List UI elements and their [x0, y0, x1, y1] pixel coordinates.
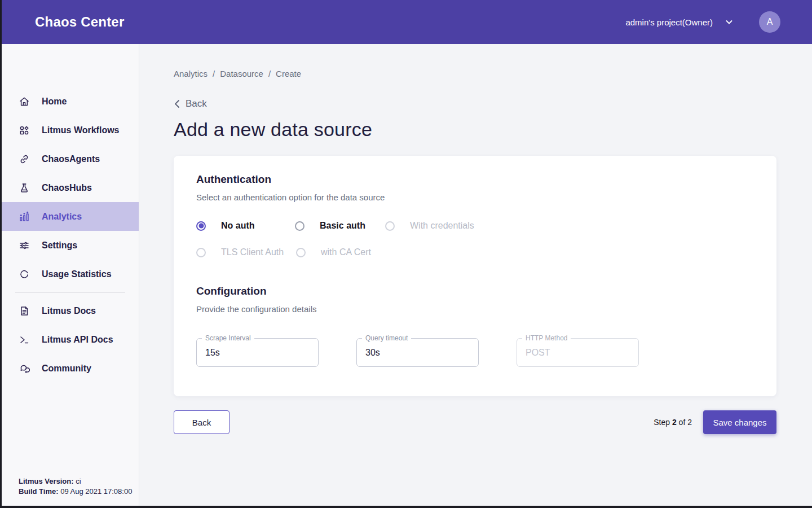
- sidebar-item-chaoshubs[interactable]: ChaosHubs: [2, 173, 139, 202]
- sidebar-item-label: Litmus Workflows: [42, 125, 120, 135]
- query-timeout-label: Query timeout: [362, 334, 411, 342]
- sidebar-item-settings[interactable]: Settings: [2, 231, 139, 260]
- save-changes-button[interactable]: Save changes: [703, 410, 776, 434]
- radio-tls-client-auth: TLS Client Auth: [196, 247, 296, 257]
- sidebar-item-analytics[interactable]: Analytics: [2, 202, 139, 231]
- step-current: 2: [672, 418, 677, 427]
- radio-with-ca-cert: with CA Cert: [296, 247, 754, 257]
- step-total: 2: [687, 418, 692, 427]
- main-content: Analytics / Datasource / Create Back Add…: [139, 44, 812, 506]
- back-link-label: Back: [186, 98, 207, 110]
- chain-link-icon: [19, 154, 30, 165]
- authentication-title: Authentication: [196, 173, 754, 186]
- header-right: admin's project(Owner) A: [625, 11, 780, 33]
- radio-checked-icon: [196, 221, 206, 231]
- build-time-line: Build Time: 09 Aug 2021 17:08:00: [19, 487, 132, 497]
- breadcrumb-separator: /: [268, 69, 271, 78]
- sidebar-version-info: Litmus Version: ci Build Time: 09 Aug 20…: [19, 476, 132, 497]
- scrape-interval-label: Scrape Interval: [202, 334, 254, 342]
- breadcrumb-datasource[interactable]: Datasource: [220, 69, 263, 78]
- breadcrumb-create[interactable]: Create: [276, 69, 301, 78]
- scrape-interval-field: Scrape Interval: [196, 338, 319, 367]
- sidebar-item-chaosagents[interactable]: ChaosAgents: [2, 144, 139, 173]
- radio-disabled-icon: [196, 248, 206, 257]
- workflows-icon: [19, 125, 30, 136]
- breadcrumb-separator: /: [213, 69, 215, 78]
- sidebar-item-label: Home: [42, 97, 67, 107]
- avatar[interactable]: A: [759, 11, 780, 33]
- configuration-fields: Scrape Interval Query timeout HTTP Metho…: [196, 338, 754, 367]
- sidebar-item-label: ChaosHubs: [42, 183, 92, 193]
- page-title: Add a new data source: [174, 119, 812, 141]
- chevron-left-icon: [174, 99, 180, 108]
- configuration-subtitle: Provide the configuration details: [196, 304, 754, 314]
- step-middle: of: [677, 418, 687, 427]
- step-prefix: Step: [654, 418, 672, 427]
- document-icon: [19, 305, 30, 317]
- configuration-section: Configuration Provide the configuration …: [196, 285, 754, 367]
- auth-options-row-1: No auth Basic auth With credentials: [196, 221, 754, 231]
- bottom-action-bar: Back Step 2 of 2 Save changes: [174, 410, 776, 434]
- app-window: Chaos Center admin's project(Owner) A Ho…: [2, 0, 812, 506]
- radio-label: Basic auth: [320, 221, 365, 231]
- sidebar-item-label: Litmus Docs: [42, 306, 96, 316]
- radio-basic-auth[interactable]: Basic auth: [295, 221, 385, 231]
- radio-label: With credentials: [410, 221, 474, 231]
- sidebar-item-litmus-workflows[interactable]: Litmus Workflows: [2, 116, 139, 144]
- project-selector[interactable]: admin's project(Owner): [625, 17, 733, 27]
- sidebar-item-label: Settings: [42, 240, 77, 251]
- home-icon: [19, 96, 30, 107]
- flask-icon: [19, 182, 30, 194]
- query-timeout-field: Query timeout: [356, 338, 479, 367]
- loader-circle-icon: [19, 269, 30, 280]
- sidebar-item-usage-statistics[interactable]: Usage Statistics: [2, 260, 139, 288]
- authentication-subtitle: Select an authentication option for the …: [196, 192, 754, 202]
- sidebar-item-label: Usage Statistics: [42, 269, 112, 279]
- sliders-icon: [19, 240, 30, 251]
- sidebar: Home Litmus Workflows ChaosAgents ChaosH…: [2, 44, 139, 506]
- chevron-down-icon: [725, 18, 733, 26]
- scrape-interval-input[interactable]: [197, 339, 318, 366]
- sidebar-divider: [15, 292, 125, 292]
- litmus-version-line: Litmus Version: ci: [19, 476, 132, 487]
- litmus-version-label: Litmus Version:: [19, 477, 74, 485]
- sidebar-item-label: Community: [42, 364, 91, 374]
- radio-label: with CA Cert: [321, 247, 371, 257]
- back-button[interactable]: Back: [174, 410, 230, 434]
- litmus-version-value: ci: [74, 477, 81, 485]
- configuration-title: Configuration: [196, 285, 754, 297]
- sidebar-item-label: Litmus API Docs: [42, 335, 113, 345]
- sidebar-item-label: Analytics: [42, 212, 82, 222]
- radio-label: No auth: [221, 221, 255, 231]
- app-title: Chaos Center: [35, 14, 124, 30]
- build-time-label: Build Time:: [19, 487, 59, 496]
- radio-label: TLS Client Auth: [221, 247, 284, 257]
- query-timeout-input[interactable]: [357, 339, 478, 366]
- top-header: Chaos Center admin's project(Owner) A: [2, 0, 812, 44]
- breadcrumb: Analytics / Datasource / Create: [174, 69, 812, 78]
- radio-disabled-icon: [296, 248, 306, 257]
- sidebar-item-community[interactable]: Community: [2, 354, 139, 383]
- terminal-icon: [19, 334, 30, 345]
- sidebar-item-litmus-api-docs[interactable]: Litmus API Docs: [2, 325, 139, 354]
- sidebar-item-label: ChaosAgents: [42, 154, 100, 164]
- bar-chart-icon: [19, 211, 30, 222]
- radio-no-auth[interactable]: No auth: [196, 221, 295, 231]
- auth-options-row-2: TLS Client Auth with CA Cert: [196, 247, 754, 257]
- chat-bubbles-icon: [19, 363, 30, 374]
- back-link[interactable]: Back: [174, 98, 219, 110]
- step-indicator: Step 2 of 2: [654, 418, 692, 427]
- datasource-form-card: Authentication Select an authentication …: [174, 156, 776, 396]
- http-method-label: HTTP Method: [522, 334, 571, 342]
- project-selector-label: admin's project(Owner): [625, 17, 713, 27]
- radio-disabled-icon: [385, 221, 395, 231]
- breadcrumb-analytics[interactable]: Analytics: [174, 69, 208, 78]
- build-time-value: 09 Aug 2021 17:08:00: [59, 487, 133, 496]
- avatar-initial: A: [767, 17, 773, 27]
- sidebar-item-home[interactable]: Home: [2, 87, 139, 116]
- radio-with-credentials: With credentials: [385, 221, 754, 231]
- http-method-input[interactable]: [517, 339, 638, 366]
- http-method-field: HTTP Method: [517, 338, 639, 367]
- radio-unchecked-icon: [295, 221, 304, 231]
- sidebar-item-litmus-docs[interactable]: Litmus Docs: [2, 296, 139, 325]
